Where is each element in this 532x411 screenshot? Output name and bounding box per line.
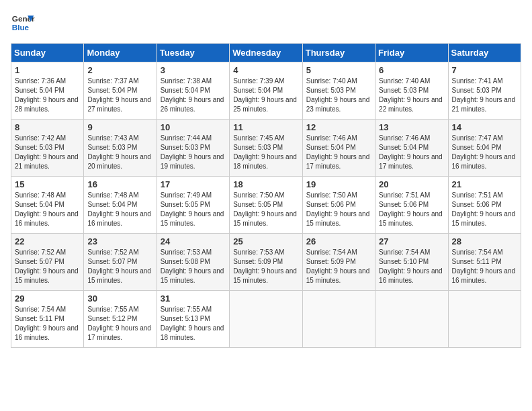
- calendar-day-cell: 21 Sunrise: 7:51 AMSunset: 5:06 PMDaylig…: [448, 177, 521, 234]
- calendar-day-cell: 20 Sunrise: 7:51 AMSunset: 5:06 PMDaylig…: [375, 177, 448, 234]
- day-number: 9: [87, 122, 152, 132]
- day-info: Sunrise: 7:40 AMSunset: 5:03 PMDaylight:…: [379, 77, 443, 113]
- day-info: Sunrise: 7:46 AMSunset: 5:04 PMDaylight:…: [306, 134, 370, 170]
- calendar-body: 1 Sunrise: 7:36 AMSunset: 5:04 PMDayligh…: [11, 62, 521, 348]
- calendar-day-cell: 29 Sunrise: 7:54 AMSunset: 5:11 PMDaylig…: [11, 291, 84, 348]
- calendar-day-cell: 15 Sunrise: 7:48 AMSunset: 5:04 PMDaylig…: [11, 177, 84, 234]
- day-number: 25: [233, 236, 298, 246]
- calendar-day-cell: 3 Sunrise: 7:38 AMSunset: 5:04 PMDayligh…: [157, 62, 229, 120]
- page-header: General Blue: [11, 11, 521, 35]
- day-number: 22: [15, 236, 80, 246]
- calendar-header-cell: Wednesday: [230, 44, 302, 62]
- day-info: Sunrise: 7:36 AMSunset: 5:04 PMDaylight:…: [15, 77, 79, 113]
- day-info: Sunrise: 7:50 AMSunset: 5:06 PMDaylight:…: [306, 191, 370, 227]
- day-info: Sunrise: 7:52 AMSunset: 5:07 PMDaylight:…: [87, 248, 151, 284]
- day-info: Sunrise: 7:45 AMSunset: 5:03 PMDaylight:…: [233, 134, 297, 170]
- day-number: 21: [452, 179, 517, 189]
- day-number: 26: [306, 236, 371, 246]
- logo: General Blue: [11, 11, 35, 35]
- day-info: Sunrise: 7:50 AMSunset: 5:05 PMDaylight:…: [233, 191, 297, 227]
- day-info: Sunrise: 7:40 AMSunset: 5:03 PMDaylight:…: [306, 77, 370, 113]
- calendar-day-cell: 24 Sunrise: 7:53 AMSunset: 5:08 PMDaylig…: [157, 234, 229, 291]
- calendar-day-cell: 5 Sunrise: 7:40 AMSunset: 5:03 PMDayligh…: [302, 62, 375, 120]
- day-info: Sunrise: 7:54 AMSunset: 5:09 PMDaylight:…: [306, 248, 370, 284]
- calendar-day-cell: 1 Sunrise: 7:36 AMSunset: 5:04 PMDayligh…: [11, 62, 84, 120]
- day-number: 19: [306, 179, 371, 189]
- day-number: 7: [452, 65, 517, 75]
- calendar-day-cell: 6 Sunrise: 7:40 AMSunset: 5:03 PMDayligh…: [375, 62, 448, 120]
- day-number: 28: [452, 236, 517, 246]
- calendar-day-cell: 23 Sunrise: 7:52 AMSunset: 5:07 PMDaylig…: [84, 234, 157, 291]
- day-info: Sunrise: 7:39 AMSunset: 5:04 PMDaylight:…: [233, 77, 297, 113]
- calendar-day-cell: 27 Sunrise: 7:54 AMSunset: 5:10 PMDaylig…: [375, 234, 448, 291]
- calendar-header-cell: Monday: [84, 44, 157, 62]
- calendar-day-cell: 14 Sunrise: 7:47 AMSunset: 5:04 PMDaylig…: [448, 120, 521, 177]
- day-info: Sunrise: 7:49 AMSunset: 5:05 PMDaylight:…: [161, 191, 224, 227]
- day-info: Sunrise: 7:48 AMSunset: 5:04 PMDaylight:…: [15, 191, 79, 227]
- calendar-day-cell: [302, 291, 375, 348]
- day-number: 16: [87, 179, 152, 189]
- calendar-week-row: 29 Sunrise: 7:54 AMSunset: 5:11 PMDaylig…: [11, 291, 521, 348]
- day-info: Sunrise: 7:53 AMSunset: 5:08 PMDaylight:…: [161, 248, 224, 284]
- day-number: 6: [379, 65, 444, 75]
- calendar-day-cell: 4 Sunrise: 7:39 AMSunset: 5:04 PMDayligh…: [230, 62, 302, 120]
- calendar-day-cell: 8 Sunrise: 7:42 AMSunset: 5:03 PMDayligh…: [11, 120, 84, 177]
- calendar-header-cell: Saturday: [448, 44, 521, 62]
- day-info: Sunrise: 7:38 AMSunset: 5:04 PMDaylight:…: [161, 77, 224, 113]
- day-number: 30: [87, 293, 152, 304]
- day-number: 27: [379, 236, 444, 246]
- calendar-day-cell: 9 Sunrise: 7:43 AMSunset: 5:03 PMDayligh…: [84, 120, 157, 177]
- day-number: 4: [233, 65, 298, 75]
- day-info: Sunrise: 7:53 AMSunset: 5:09 PMDaylight:…: [233, 248, 297, 284]
- day-info: Sunrise: 7:41 AMSunset: 5:03 PMDaylight:…: [452, 77, 516, 113]
- day-info: Sunrise: 7:44 AMSunset: 5:03 PMDaylight:…: [161, 134, 224, 170]
- day-info: Sunrise: 7:51 AMSunset: 5:06 PMDaylight:…: [452, 191, 516, 227]
- calendar-day-cell: [230, 291, 302, 348]
- day-number: 11: [233, 122, 298, 132]
- day-number: 12: [306, 122, 371, 132]
- day-info: Sunrise: 7:43 AMSunset: 5:03 PMDaylight:…: [87, 134, 151, 170]
- calendar-day-cell: 12 Sunrise: 7:46 AMSunset: 5:04 PMDaylig…: [302, 120, 375, 177]
- calendar-day-cell: 19 Sunrise: 7:50 AMSunset: 5:06 PMDaylig…: [302, 177, 375, 234]
- day-info: Sunrise: 7:52 AMSunset: 5:07 PMDaylight:…: [15, 248, 79, 284]
- calendar-day-cell: 16 Sunrise: 7:48 AMSunset: 5:04 PMDaylig…: [84, 177, 157, 234]
- day-number: 20: [379, 179, 444, 189]
- day-number: 18: [233, 179, 298, 189]
- day-info: Sunrise: 7:37 AMSunset: 5:04 PMDaylight:…: [87, 77, 151, 113]
- calendar-day-cell: 13 Sunrise: 7:46 AMSunset: 5:04 PMDaylig…: [375, 120, 448, 177]
- day-info: Sunrise: 7:47 AMSunset: 5:04 PMDaylight:…: [452, 134, 516, 170]
- calendar-week-row: 15 Sunrise: 7:48 AMSunset: 5:04 PMDaylig…: [11, 177, 521, 234]
- day-info: Sunrise: 7:55 AMSunset: 5:13 PMDaylight:…: [161, 306, 224, 341]
- calendar-day-cell: 31 Sunrise: 7:55 AMSunset: 5:13 PMDaylig…: [157, 291, 229, 348]
- day-info: Sunrise: 7:42 AMSunset: 5:03 PMDaylight:…: [15, 134, 79, 170]
- day-number: 3: [161, 65, 226, 75]
- calendar: SundayMondayTuesdayWednesdayThursdayFrid…: [11, 43, 521, 348]
- day-number: 15: [15, 179, 80, 189]
- day-info: Sunrise: 7:55 AMSunset: 5:12 PMDaylight:…: [87, 306, 151, 341]
- svg-text:Blue: Blue: [12, 23, 30, 32]
- logo-icon: General Blue: [11, 11, 35, 35]
- calendar-day-cell: 17 Sunrise: 7:49 AMSunset: 5:05 PMDaylig…: [157, 177, 229, 234]
- day-number: 1: [15, 65, 80, 75]
- day-info: Sunrise: 7:54 AMSunset: 5:11 PMDaylight:…: [452, 248, 516, 284]
- calendar-day-cell: [448, 291, 521, 348]
- calendar-week-row: 1 Sunrise: 7:36 AMSunset: 5:04 PMDayligh…: [11, 62, 521, 120]
- calendar-day-cell: 26 Sunrise: 7:54 AMSunset: 5:09 PMDaylig…: [302, 234, 375, 291]
- day-number: 13: [379, 122, 444, 132]
- day-number: 5: [306, 65, 371, 75]
- day-number: 23: [87, 236, 152, 246]
- day-info: Sunrise: 7:51 AMSunset: 5:06 PMDaylight:…: [379, 191, 443, 227]
- calendar-header-cell: Tuesday: [157, 44, 229, 62]
- day-number: 17: [161, 179, 226, 189]
- day-number: 14: [452, 122, 517, 132]
- calendar-day-cell: 22 Sunrise: 7:52 AMSunset: 5:07 PMDaylig…: [11, 234, 84, 291]
- day-info: Sunrise: 7:48 AMSunset: 5:04 PMDaylight:…: [87, 191, 151, 227]
- calendar-day-cell: 7 Sunrise: 7:41 AMSunset: 5:03 PMDayligh…: [448, 62, 521, 120]
- day-number: 8: [15, 122, 80, 132]
- calendar-header-row: SundayMondayTuesdayWednesdayThursdayFrid…: [11, 44, 521, 62]
- calendar-day-cell: 11 Sunrise: 7:45 AMSunset: 5:03 PMDaylig…: [230, 120, 302, 177]
- calendar-day-cell: 28 Sunrise: 7:54 AMSunset: 5:11 PMDaylig…: [448, 234, 521, 291]
- calendar-header-cell: Sunday: [11, 44, 84, 62]
- day-number: 24: [161, 236, 226, 246]
- day-info: Sunrise: 7:54 AMSunset: 5:11 PMDaylight:…: [15, 306, 79, 341]
